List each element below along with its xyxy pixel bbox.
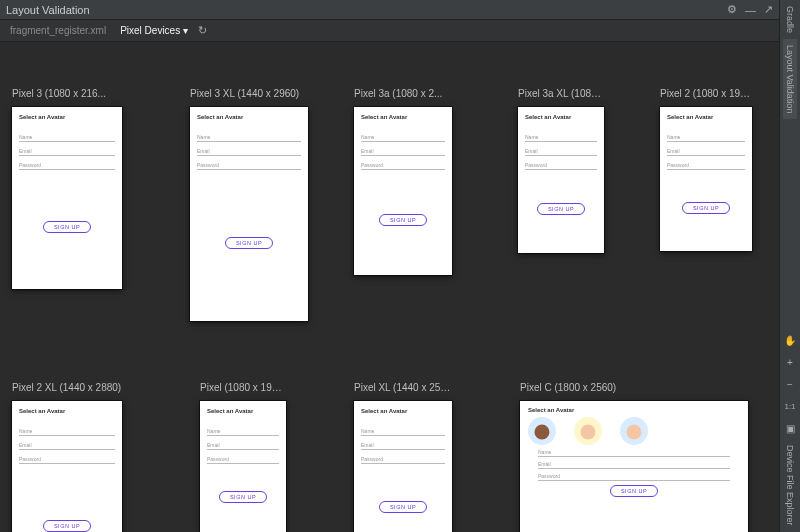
avatar-grid [207,418,213,421]
signup-button: SIGN UP [537,203,585,215]
fields-group: NameEmailPassword [538,449,730,481]
text-field: Email [207,442,279,450]
text-field: Email [19,442,115,450]
fields-group: NameEmailPassword [19,134,115,170]
avatar-grid [528,417,648,445]
rail-tab-layout-validation[interactable]: Layout Validation [783,39,797,119]
minimize-icon[interactable]: — [745,4,756,16]
avatar-grid [361,124,367,127]
device-screen: Select an AvatarNameEmailPasswordSIGN UP [660,107,752,251]
mock-header: Select an Avatar [19,408,115,414]
text-field: Password [19,162,115,170]
text-field: Email [538,461,730,469]
device-screen: Select an AvatarNameEmailPasswordSIGN UP [518,107,604,253]
fit-screen-icon[interactable]: ▣ [782,420,798,436]
zoom-reset-button[interactable]: 1:1 [782,398,798,414]
text-field: Name [361,428,445,436]
device-screen: Select an AvatarNameEmailPasswordSIGN UP [190,107,308,321]
device-preview[interactable]: Pixel 3a XL (1080 ...Select an AvatarNam… [518,88,604,253]
panel-title: Layout Validation [6,4,90,16]
device-config-label: Pixel Devices [120,25,180,36]
avatar-option [574,417,602,445]
mock-header: Select an Avatar [19,114,115,120]
text-field: Email [667,148,745,156]
device-screen: Select an AvatarNameEmailPasswordSIGN UP [200,401,286,532]
chevron-down-icon: ▾ [183,25,188,36]
device-screen: Select an AvatarNameEmailPasswordSIGN UP [12,401,122,532]
signup-button: SIGN UP [225,237,273,249]
device-label: Pixel 3 XL (1440 x 2960) [190,88,308,99]
signup-button: SIGN UP [610,485,658,497]
text-field: Name [525,134,597,142]
popout-icon[interactable]: ↗ [764,3,773,16]
mock-header: Select an Avatar [667,114,745,120]
text-field: Name [19,428,115,436]
device-preview[interactable]: Pixel 2 XL (1440 x 2880)Select an Avatar… [12,382,122,532]
mock-header: Select an Avatar [525,114,597,120]
text-field: Email [361,148,445,156]
fields-group: NameEmailPassword [207,428,279,464]
rail-tab-gradle[interactable]: Gradle [783,0,797,39]
text-field: Email [525,148,597,156]
text-field: Password [538,473,730,481]
zoom-out-icon[interactable]: − [782,376,798,392]
gear-icon[interactable]: ⚙ [727,3,737,16]
text-field: Email [197,148,301,156]
text-field: Name [19,134,115,142]
pan-icon[interactable]: ✋ [782,332,798,348]
text-field: Password [197,162,301,170]
mock-header: Select an Avatar [361,114,445,120]
file-tab[interactable]: fragment_register.xml [6,23,110,38]
mock-header: Select an Avatar [528,407,740,413]
device-label: Pixel 3a (1080 x 2... [354,88,452,99]
preview-canvas[interactable]: Pixel 3 (1080 x 216...Select an AvatarNa… [0,42,779,532]
avatar-grid [525,124,531,127]
device-label: Pixel XL (1440 x 2560) [354,382,452,393]
device-label: Pixel 3a XL (1080 ... [518,88,604,99]
avatar-option [620,417,648,445]
text-field: Password [667,162,745,170]
text-field: Password [525,162,597,170]
signup-button: SIGN UP [43,520,91,532]
device-preview[interactable]: Pixel 3 (1080 x 216...Select an AvatarNa… [12,88,122,289]
device-preview[interactable]: Pixel C (1800 x 2560)Select an AvatarNam… [520,382,748,532]
mock-header: Select an Avatar [361,408,445,414]
device-preview[interactable]: Pixel (1080 x 1920)Select an AvatarNameE… [200,382,286,532]
text-field: Name [207,428,279,436]
text-field: Password [207,456,279,464]
device-label: Pixel 2 XL (1440 x 2880) [12,382,122,393]
device-label: Pixel C (1800 x 2560) [520,382,748,393]
fields-group: NameEmailPassword [19,428,115,464]
device-label: Pixel 2 (1080 x 192... [660,88,752,99]
mock-header: Select an Avatar [207,408,279,414]
right-rail: Gradle Layout Validation ✋ + − 1:1 ▣ Dev… [779,0,800,532]
device-preview[interactable]: Pixel 2 (1080 x 192...Select an AvatarNa… [660,88,752,251]
device-preview[interactable]: Pixel XL (1440 x 2560)Select an AvatarNa… [354,382,452,532]
device-config-dropdown[interactable]: Pixel Devices ▾ [120,25,188,36]
device-preview[interactable]: Pixel 3 XL (1440 x 2960)Select an Avatar… [190,88,308,321]
signup-button: SIGN UP [219,491,267,503]
avatar-grid [19,418,25,421]
fields-group: NameEmailPassword [197,134,301,170]
avatar-grid [667,124,673,127]
toolbar: fragment_register.xml Pixel Devices ▾ ↻ [0,20,779,42]
device-label: Pixel (1080 x 1920) [200,382,286,393]
fields-group: NameEmailPassword [525,134,597,170]
text-field: Email [19,148,115,156]
zoom-in-icon[interactable]: + [782,354,798,370]
rail-tab-device-file-explorer[interactable]: Device File Explorer [783,439,797,532]
text-field: Name [361,134,445,142]
text-field: Name [667,134,745,142]
fields-group: NameEmailPassword [667,134,745,170]
device-screen: Select an AvatarNameEmailPasswordSIGN UP [12,107,122,289]
signup-button: SIGN UP [682,202,730,214]
device-screen: Select an AvatarNameEmailPasswordSIGN UP [354,401,452,532]
device-preview[interactable]: Pixel 3a (1080 x 2...Select an AvatarNam… [354,88,452,275]
text-field: Password [361,456,445,464]
text-field: Email [361,442,445,450]
avatar-grid [197,124,203,127]
device-label: Pixel 3 (1080 x 216... [12,88,122,99]
avatar-grid [361,418,367,421]
refresh-icon[interactable]: ↻ [198,24,207,37]
signup-button: SIGN UP [43,221,91,233]
